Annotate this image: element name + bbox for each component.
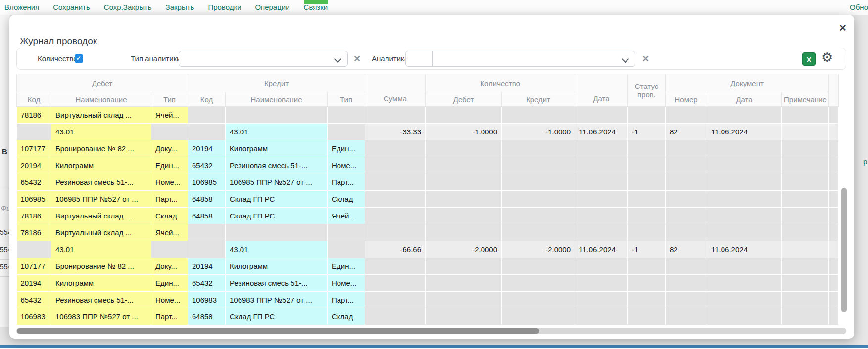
cell-note[interactable] (782, 124, 829, 140)
cell-doc-date[interactable]: 11.06.2024 (707, 241, 782, 258)
clear-analytics-type-icon[interactable]: ✕ (353, 53, 361, 64)
cell-date[interactable] (575, 208, 628, 224)
cell-qty-debit[interactable] (426, 174, 502, 191)
cell-doc-number[interactable]: 82 (666, 241, 707, 258)
cell-d-type[interactable]: Доку... (151, 258, 188, 275)
cell-c-code[interactable]: 65432 (188, 275, 226, 292)
cell-date[interactable] (575, 107, 628, 124)
cell-c-name[interactable]: 43.01 (226, 124, 328, 140)
clear-analytics-icon[interactable]: ✕ (642, 53, 649, 64)
cell-qty-credit[interactable] (502, 292, 575, 308)
cell-qty-debit[interactable] (426, 224, 502, 241)
cell-d-code[interactable] (17, 124, 51, 140)
cell-c-code[interactable]: 64858 (188, 208, 226, 224)
cell-sum[interactable] (365, 224, 426, 241)
cell-sum[interactable] (365, 191, 426, 208)
cell-d-code[interactable]: 78186 (17, 224, 51, 241)
cell-note[interactable] (782, 107, 829, 124)
cell-c-type[interactable]: Склад (328, 191, 365, 208)
cell-c-type[interactable]: Един... (328, 140, 365, 157)
cell-date[interactable] (575, 292, 628, 308)
cell-doc-date[interactable] (707, 157, 782, 174)
cell-qty-debit[interactable]: -2.0000 (426, 241, 502, 258)
cell-doc-date[interactable] (707, 224, 782, 241)
cell-d-name[interactable]: Виртуальный склад ... (51, 107, 151, 124)
cell-doc-number[interactable] (666, 224, 707, 241)
cell-c-code[interactable] (188, 224, 226, 241)
horizontal-scrollbar-thumb[interactable] (17, 328, 539, 334)
cell-note[interactable] (782, 174, 829, 191)
cell-status[interactable] (628, 174, 666, 191)
cell-d-name[interactable]: Резиновая смесь 51-... (51, 292, 151, 308)
cell-doc-number[interactable] (666, 140, 707, 157)
cell-c-type[interactable]: Склад (328, 308, 365, 325)
cell-c-code[interactable]: 64858 (188, 308, 226, 325)
cell-c-name[interactable]: Склад ГП РС (226, 191, 328, 208)
cell-note[interactable] (782, 258, 829, 275)
toolbar-item[interactable]: Закрыть (166, 3, 194, 12)
horizontal-scrollbar[interactable] (16, 328, 846, 334)
cell-d-name[interactable]: Бронирование № 82 ... (51, 140, 151, 157)
cell-qty-debit[interactable] (426, 275, 502, 292)
cell-c-type[interactable] (328, 124, 365, 140)
cell-status[interactable] (628, 308, 666, 325)
cell-c-name[interactable]: Склад ГП РС (226, 208, 328, 224)
cell-d-code[interactable]: 20194 (17, 275, 51, 292)
toolbar-item[interactable]: Сохр.Закрыть (104, 3, 152, 12)
cell-d-code[interactable] (17, 241, 51, 258)
cell-qty-credit[interactable] (502, 208, 575, 224)
toolbar-item-refresh[interactable]: Обно (850, 3, 868, 11)
cell-d-code[interactable]: 78186 (17, 107, 51, 124)
cell-doc-date[interactable]: 11.06.2024 (707, 124, 782, 140)
cell-d-type[interactable]: Ячей... (151, 224, 188, 241)
cell-note[interactable] (782, 308, 829, 325)
analytics-code-input[interactable] (405, 51, 433, 67)
cell-qty-debit[interactable] (426, 157, 502, 174)
cell-date[interactable]: 11.06.2024 (575, 124, 628, 140)
excel-export-button[interactable]: X (802, 52, 816, 66)
cell-c-name[interactable]: 106985 ППР №527 от ... (226, 174, 328, 191)
cell-status[interactable] (628, 275, 666, 292)
cell-qty-debit[interactable] (426, 292, 502, 308)
cell-d-type[interactable]: Доку... (151, 140, 188, 157)
cell-d-name[interactable]: Виртуальный склад ... (51, 224, 151, 241)
cell-c-name[interactable]: 43.01 (226, 241, 328, 258)
cell-status[interactable] (628, 140, 666, 157)
cell-c-type[interactable] (328, 107, 365, 124)
cell-doc-number[interactable]: 82 (666, 124, 707, 140)
cell-status[interactable] (628, 191, 666, 208)
cell-c-type[interactable]: Един... (328, 258, 365, 275)
cell-d-type[interactable]: Склад (151, 208, 188, 224)
cell-c-type[interactable]: Номе... (328, 157, 365, 174)
cell-qty-debit[interactable] (426, 140, 502, 157)
cell-doc-date[interactable] (707, 107, 782, 124)
cell-d-name[interactable]: Бронирование № 82 ... (51, 258, 151, 275)
cell-c-type[interactable] (328, 241, 365, 258)
cell-sum[interactable] (365, 208, 426, 224)
cell-qty-credit[interactable] (502, 157, 575, 174)
cell-c-type[interactable]: Парт... (328, 292, 365, 308)
cell-c-code[interactable] (188, 107, 226, 124)
cell-sum[interactable] (365, 258, 426, 275)
cell-status[interactable] (628, 107, 666, 124)
cell-d-type[interactable] (151, 124, 188, 140)
cell-date[interactable]: 11.06.2024 (575, 241, 628, 258)
cell-note[interactable] (782, 275, 829, 292)
cell-c-name[interactable] (226, 224, 328, 241)
cell-doc-number[interactable] (666, 292, 707, 308)
cell-d-code[interactable]: 65432 (17, 174, 51, 191)
cell-qty-debit[interactable] (426, 258, 502, 275)
cell-date[interactable] (575, 140, 628, 157)
toolbar-item[interactable]: Связки (304, 3, 328, 12)
cell-sum[interactable]: -66.66 (365, 241, 426, 258)
cell-d-code[interactable]: 107177 (17, 140, 51, 157)
cell-sum[interactable] (365, 107, 426, 124)
cell-c-code[interactable] (188, 241, 226, 258)
cell-doc-date[interactable] (707, 292, 782, 308)
toolbar-item[interactable]: Операции (255, 3, 289, 12)
cell-c-code[interactable]: 65432 (188, 157, 226, 174)
cell-d-type[interactable]: Парт... (151, 191, 188, 208)
cell-c-name[interactable] (226, 107, 328, 124)
cell-date[interactable] (575, 275, 628, 292)
cell-status[interactable] (628, 258, 666, 275)
